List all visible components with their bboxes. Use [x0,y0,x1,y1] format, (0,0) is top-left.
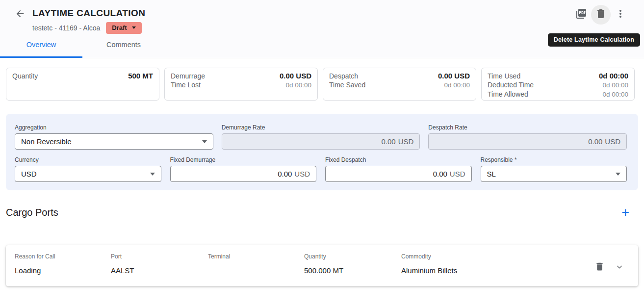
card-value: 0d 00:00 [285,80,311,90]
kebab-menu-icon [615,8,626,22]
chevron-down-icon [202,140,207,143]
card-label: Quantity [12,72,38,81]
currency-unit: USD [605,137,620,146]
selected-value: Non Reversible [21,137,72,146]
demurrage-rate-input: 0.00 USD [222,133,420,150]
more-options-button[interactable] [611,5,630,25]
selected-value: USD [21,170,37,178]
input-value: 0.00 [588,137,602,146]
card-label: Time Saved [329,80,365,90]
field-label: Aggregation [15,124,213,131]
column-header: Commodity [401,253,628,260]
port-value: AALST [111,266,208,275]
tab-comments[interactable]: Comments [82,35,165,54]
input-value: 0.00 [278,170,292,178]
card-value: 0d 00:00 [602,80,628,90]
card-value: 500 MT [128,71,153,80]
input-value: 0.00 [381,137,395,146]
status-badge-label: Draft [112,24,127,31]
trash-icon [595,8,607,22]
input-value: 0.00 [433,170,447,178]
back-button[interactable] [14,8,26,21]
cargo-ports-header-row: Reason for Call Port Terminal Quantity C… [15,253,628,260]
card-value: 0d 00:00 [444,80,470,90]
column-header: Reason for Call [15,253,111,260]
despatch-card: Despatch 0.00 USD Time Saved 0d 00:00 [323,68,476,101]
currency-unit: USD [398,137,414,146]
reason-for-call-value: Loading [15,266,111,275]
card-value: 0d 00:00 [602,90,628,99]
selected-value: SL [487,170,496,178]
card-label: Deducted Time [488,80,534,90]
chevron-down-icon [150,173,155,176]
column-header: Port [111,253,208,260]
export-pdf-button[interactable] [571,5,591,25]
summary-cards: Quantity 500 MT Demurrage 0.00 USD Time … [6,68,638,101]
column-header: Quantity [304,253,401,260]
fixed-despatch-input[interactable]: 0.00 USD [325,166,472,182]
cargo-port-row: Loading AALST 500.000 MT Aluminium Bille… [15,266,628,275]
fixed-despatch-field: Fixed Despatch 0.00 USD [325,156,472,182]
fixed-demurrage-field: Fixed Demurrage 0.00 USD [170,156,317,182]
delete-button[interactable] [591,5,611,25]
pdf-icon [575,8,587,22]
column-header: Terminal [208,253,304,260]
delete-cargo-port-button[interactable] [594,261,605,274]
aggregation-field: Aggregation Non Reversible [15,124,213,150]
card-label: Time Allowed [488,90,528,99]
demurrage-rate-field: Demurrage Rate 0.00 USD [222,124,420,150]
chevron-down-icon [132,26,136,29]
field-label: Fixed Demurrage [170,156,317,163]
aggregation-select[interactable]: Non Reversible [15,133,213,150]
fixed-demurrage-input[interactable]: 0.00 USD [170,166,317,182]
add-cargo-port-button[interactable]: + [620,206,630,218]
field-label: Demurrage Rate [222,124,420,131]
breadcrumb-subtitle: testetc - 41169 - Alcoa [32,24,100,32]
active-tab-indicator [0,56,82,58]
responsible-select[interactable]: SL [481,166,627,182]
card-label: Demurrage [171,72,205,81]
trash-icon [594,261,605,274]
field-label: Despatch Rate [428,124,627,131]
expand-row-button[interactable] [616,263,623,273]
card-label: Time Lost [171,80,201,90]
status-badge[interactable]: Draft [106,22,141,34]
demurrage-card: Demurrage 0.00 USD Time Lost 0d 00:00 [164,68,318,101]
card-value: 0.00 USD [438,71,470,80]
field-label: Responsible * [481,156,627,163]
card-value: 0.00 USD [280,71,311,80]
card-value: 0d 00:00 [599,71,628,80]
chevron-down-icon [616,263,623,273]
quantity-card: Quantity 500 MT [6,68,159,101]
card-label: Despatch [329,72,358,81]
time-used-card: Time Used 0d 00:00 Deducted Time 0d 00:0… [481,68,635,101]
cargo-ports-heading: Cargo Ports [6,207,58,218]
despatch-rate-input: 0.00 USD [428,133,627,150]
despatch-rate-field: Despatch Rate 0.00 USD [428,124,627,150]
back-arrow-icon [15,8,26,21]
currency-field: Currency USD [15,156,161,182]
card-label: Time Used [488,72,520,81]
calculation-settings-panel: Aggregation Non Reversible Demurrage Rat… [6,114,638,190]
chevron-down-icon [616,173,620,176]
currency-unit: USD [450,170,465,178]
currency-select[interactable]: USD [15,166,161,182]
quantity-value: 500.000 MT [304,266,401,275]
field-label: Currency [15,156,161,163]
tab-bar: Overview Comments [0,35,165,58]
field-label: Fixed Despatch [325,156,472,163]
currency-unit: USD [294,170,310,178]
responsible-field: Responsible * SL [481,156,627,182]
terminal-value [208,266,304,275]
page-header: LAYTIME CALCULATION testetc - 41169 - Al… [0,0,644,58]
delete-tooltip: Delete Laytime Calculation [548,33,640,47]
cargo-port-row-card: Reason for Call Port Terminal Quantity C… [6,245,638,286]
page-title: LAYTIME CALCULATION [32,8,145,19]
tab-overview[interactable]: Overview [0,35,82,54]
